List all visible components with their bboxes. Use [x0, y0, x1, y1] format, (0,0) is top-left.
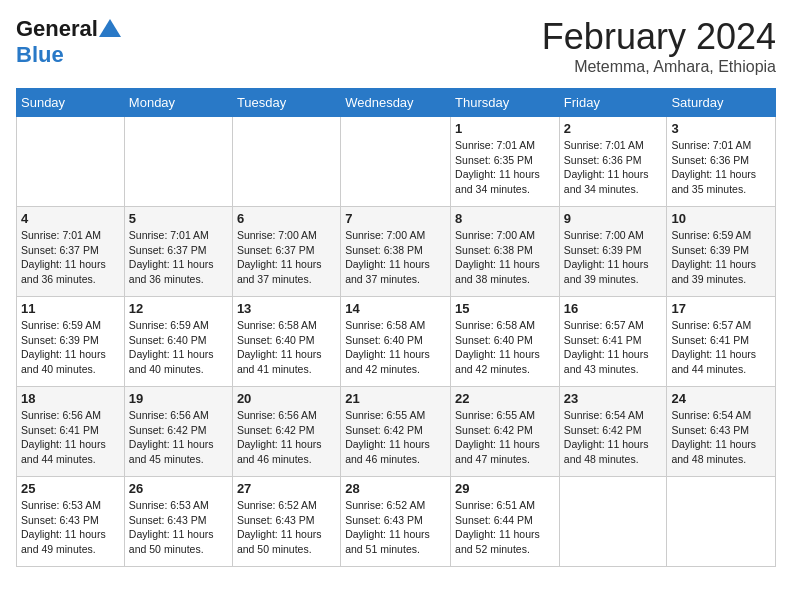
calendar-cell	[232, 117, 340, 207]
calendar-cell	[559, 477, 667, 567]
day-number: 21	[345, 391, 446, 406]
header-tuesday: Tuesday	[232, 89, 340, 117]
day-number: 27	[237, 481, 336, 496]
day-number: 22	[455, 391, 555, 406]
calendar-cell: 22Sunrise: 6:55 AM Sunset: 6:42 PM Dayli…	[451, 387, 560, 477]
header-friday: Friday	[559, 89, 667, 117]
day-number: 2	[564, 121, 663, 136]
day-info: Sunrise: 7:00 AM Sunset: 6:38 PM Dayligh…	[345, 228, 446, 287]
day-number: 17	[671, 301, 771, 316]
calendar-cell: 15Sunrise: 6:58 AM Sunset: 6:40 PM Dayli…	[451, 297, 560, 387]
day-info: Sunrise: 6:51 AM Sunset: 6:44 PM Dayligh…	[455, 498, 555, 557]
day-info: Sunrise: 6:57 AM Sunset: 6:41 PM Dayligh…	[564, 318, 663, 377]
calendar-cell	[667, 477, 776, 567]
day-number: 25	[21, 481, 120, 496]
day-info: Sunrise: 6:53 AM Sunset: 6:43 PM Dayligh…	[129, 498, 228, 557]
day-info: Sunrise: 6:59 AM Sunset: 6:39 PM Dayligh…	[671, 228, 771, 287]
day-number: 4	[21, 211, 120, 226]
logo-blue-text: Blue	[16, 42, 64, 67]
day-info: Sunrise: 6:56 AM Sunset: 6:42 PM Dayligh…	[129, 408, 228, 467]
calendar-cell: 26Sunrise: 6:53 AM Sunset: 6:43 PM Dayli…	[124, 477, 232, 567]
week-row-3: 11Sunrise: 6:59 AM Sunset: 6:39 PM Dayli…	[17, 297, 776, 387]
day-info: Sunrise: 7:00 AM Sunset: 6:37 PM Dayligh…	[237, 228, 336, 287]
day-number: 1	[455, 121, 555, 136]
day-info: Sunrise: 6:56 AM Sunset: 6:41 PM Dayligh…	[21, 408, 120, 467]
calendar-cell: 23Sunrise: 6:54 AM Sunset: 6:42 PM Dayli…	[559, 387, 667, 477]
calendar-cell: 14Sunrise: 6:58 AM Sunset: 6:40 PM Dayli…	[341, 297, 451, 387]
svg-marker-0	[99, 19, 121, 37]
calendar-header: SundayMondayTuesdayWednesdayThursdayFrid…	[17, 89, 776, 117]
header-sunday: Sunday	[17, 89, 125, 117]
calendar-cell: 5Sunrise: 7:01 AM Sunset: 6:37 PM Daylig…	[124, 207, 232, 297]
day-info: Sunrise: 6:58 AM Sunset: 6:40 PM Dayligh…	[237, 318, 336, 377]
day-number: 3	[671, 121, 771, 136]
calendar-cell: 25Sunrise: 6:53 AM Sunset: 6:43 PM Dayli…	[17, 477, 125, 567]
day-number: 5	[129, 211, 228, 226]
day-number: 20	[237, 391, 336, 406]
calendar-cell: 21Sunrise: 6:55 AM Sunset: 6:42 PM Dayli…	[341, 387, 451, 477]
day-info: Sunrise: 6:56 AM Sunset: 6:42 PM Dayligh…	[237, 408, 336, 467]
calendar-cell	[17, 117, 125, 207]
calendar-cell: 24Sunrise: 6:54 AM Sunset: 6:43 PM Dayli…	[667, 387, 776, 477]
header-monday: Monday	[124, 89, 232, 117]
calendar-cell: 28Sunrise: 6:52 AM Sunset: 6:43 PM Dayli…	[341, 477, 451, 567]
day-info: Sunrise: 7:01 AM Sunset: 6:36 PM Dayligh…	[564, 138, 663, 197]
day-number: 26	[129, 481, 228, 496]
day-info: Sunrise: 7:00 AM Sunset: 6:39 PM Dayligh…	[564, 228, 663, 287]
day-number: 6	[237, 211, 336, 226]
calendar-cell: 16Sunrise: 6:57 AM Sunset: 6:41 PM Dayli…	[559, 297, 667, 387]
calendar-cell: 10Sunrise: 6:59 AM Sunset: 6:39 PM Dayli…	[667, 207, 776, 297]
calendar-cell: 27Sunrise: 6:52 AM Sunset: 6:43 PM Dayli…	[232, 477, 340, 567]
day-number: 16	[564, 301, 663, 316]
calendar-cell: 18Sunrise: 6:56 AM Sunset: 6:41 PM Dayli…	[17, 387, 125, 477]
day-info: Sunrise: 6:52 AM Sunset: 6:43 PM Dayligh…	[237, 498, 336, 557]
day-info: Sunrise: 7:01 AM Sunset: 6:36 PM Dayligh…	[671, 138, 771, 197]
day-info: Sunrise: 6:54 AM Sunset: 6:43 PM Dayligh…	[671, 408, 771, 467]
header-saturday: Saturday	[667, 89, 776, 117]
day-number: 15	[455, 301, 555, 316]
logo-line2: Blue	[16, 42, 64, 68]
calendar-cell: 19Sunrise: 6:56 AM Sunset: 6:42 PM Dayli…	[124, 387, 232, 477]
title-area: February 2024 Metemma, Amhara, Ethiopia	[542, 16, 776, 76]
week-row-1: 1Sunrise: 7:01 AM Sunset: 6:35 PM Daylig…	[17, 117, 776, 207]
week-row-5: 25Sunrise: 6:53 AM Sunset: 6:43 PM Dayli…	[17, 477, 776, 567]
week-row-2: 4Sunrise: 7:01 AM Sunset: 6:37 PM Daylig…	[17, 207, 776, 297]
logo-general: General	[16, 16, 98, 42]
day-info: Sunrise: 6:53 AM Sunset: 6:43 PM Dayligh…	[21, 498, 120, 557]
calendar-cell	[124, 117, 232, 207]
logo-line1: General	[16, 16, 121, 42]
page-header: General Blue February 2024 Metemma, Amha…	[16, 16, 776, 76]
day-info: Sunrise: 6:55 AM Sunset: 6:42 PM Dayligh…	[345, 408, 446, 467]
calendar-cell: 13Sunrise: 6:58 AM Sunset: 6:40 PM Dayli…	[232, 297, 340, 387]
day-info: Sunrise: 6:54 AM Sunset: 6:42 PM Dayligh…	[564, 408, 663, 467]
day-number: 9	[564, 211, 663, 226]
day-number: 24	[671, 391, 771, 406]
day-number: 29	[455, 481, 555, 496]
calendar-cell: 4Sunrise: 7:01 AM Sunset: 6:37 PM Daylig…	[17, 207, 125, 297]
logo-icon	[99, 17, 121, 39]
day-number: 12	[129, 301, 228, 316]
calendar-cell	[341, 117, 451, 207]
header-row: SundayMondayTuesdayWednesdayThursdayFrid…	[17, 89, 776, 117]
day-number: 28	[345, 481, 446, 496]
day-info: Sunrise: 6:57 AM Sunset: 6:41 PM Dayligh…	[671, 318, 771, 377]
main-title: February 2024	[542, 16, 776, 58]
calendar-cell: 17Sunrise: 6:57 AM Sunset: 6:41 PM Dayli…	[667, 297, 776, 387]
day-number: 10	[671, 211, 771, 226]
calendar-cell: 20Sunrise: 6:56 AM Sunset: 6:42 PM Dayli…	[232, 387, 340, 477]
day-info: Sunrise: 6:58 AM Sunset: 6:40 PM Dayligh…	[455, 318, 555, 377]
day-info: Sunrise: 7:01 AM Sunset: 6:37 PM Dayligh…	[129, 228, 228, 287]
day-info: Sunrise: 6:55 AM Sunset: 6:42 PM Dayligh…	[455, 408, 555, 467]
day-number: 13	[237, 301, 336, 316]
calendar-cell: 12Sunrise: 6:59 AM Sunset: 6:40 PM Dayli…	[124, 297, 232, 387]
day-info: Sunrise: 7:00 AM Sunset: 6:38 PM Dayligh…	[455, 228, 555, 287]
day-info: Sunrise: 6:58 AM Sunset: 6:40 PM Dayligh…	[345, 318, 446, 377]
day-info: Sunrise: 7:01 AM Sunset: 6:35 PM Dayligh…	[455, 138, 555, 197]
day-number: 11	[21, 301, 120, 316]
day-info: Sunrise: 6:52 AM Sunset: 6:43 PM Dayligh…	[345, 498, 446, 557]
logo: General Blue	[16, 16, 121, 68]
sub-title: Metemma, Amhara, Ethiopia	[542, 58, 776, 76]
day-info: Sunrise: 6:59 AM Sunset: 6:39 PM Dayligh…	[21, 318, 120, 377]
header-thursday: Thursday	[451, 89, 560, 117]
calendar-table: SundayMondayTuesdayWednesdayThursdayFrid…	[16, 88, 776, 567]
